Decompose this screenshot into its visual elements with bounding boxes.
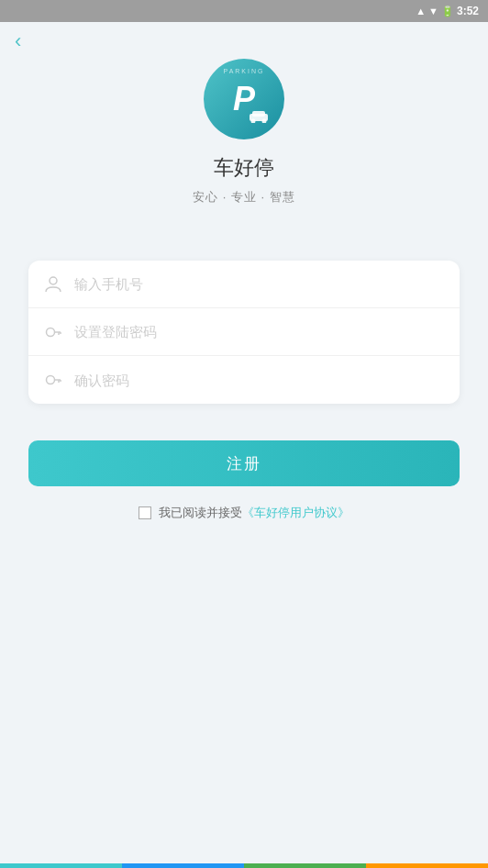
svg-point-4	[50, 277, 57, 284]
wifi-icon: ▼	[428, 6, 438, 17]
confirm-password-input[interactable]	[74, 373, 445, 388]
app-logo: PARKING P	[204, 59, 284, 139]
bottom-bar	[0, 863, 488, 868]
status-time: 3:52	[457, 5, 479, 17]
password-input[interactable]	[74, 324, 445, 339]
svg-point-9	[47, 376, 55, 384]
confirm-password-field	[28, 356, 460, 404]
app-tagline: 安心 · 专业 · 智慧	[193, 189, 295, 206]
key-icon-1	[43, 322, 63, 342]
bottom-bar-blue	[122, 863, 244, 868]
person-icon	[43, 274, 63, 295]
bottom-bar-teal	[0, 863, 122, 868]
status-icons: ▲ ▼ 🔋 3:52	[416, 5, 479, 17]
register-button[interactable]: 注册	[28, 440, 460, 486]
logo-parking-text: PARKING	[224, 68, 265, 74]
agreement-row: 我已阅读并接受《车好停用户协议》	[139, 505, 349, 521]
svg-point-5	[47, 328, 55, 336]
logo-car-icon	[248, 110, 270, 123]
phone-field	[28, 261, 460, 308]
bottom-bar-orange	[366, 863, 488, 868]
app-name: 车好停	[214, 154, 274, 182]
main-content: PARKING P 车好停 安心 · 专业 · 智慧	[0, 22, 488, 521]
agreement-text: 我已阅读并接受《车好停用户协议》	[159, 505, 349, 521]
registration-form	[28, 261, 460, 404]
agreement-link[interactable]: 《车好停用户协议》	[242, 506, 349, 519]
battery-icon: 🔋	[441, 6, 454, 17]
signal-icon: ▲	[416, 6, 426, 17]
agreement-checkbox[interactable]	[139, 506, 151, 519]
key-icon-2	[43, 370, 63, 390]
bottom-bar-green	[244, 863, 366, 868]
password-field	[28, 308, 460, 356]
svg-rect-1	[252, 111, 265, 117]
phone-input[interactable]	[74, 276, 445, 292]
back-button[interactable]: ‹	[15, 29, 21, 53]
status-bar: ▲ ▼ 🔋 3:52	[0, 0, 488, 22]
